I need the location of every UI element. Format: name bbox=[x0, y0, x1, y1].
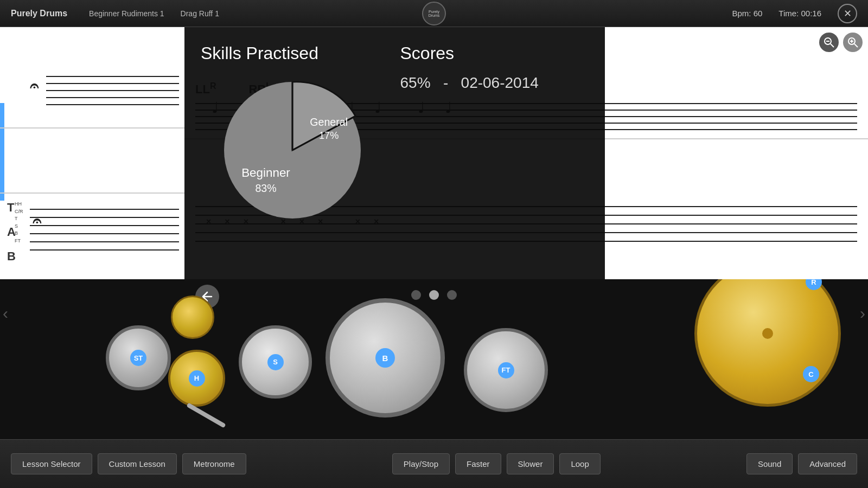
time-display: Time: 00:16 bbox=[778, 9, 821, 18]
playhead-bar bbox=[0, 103, 4, 201]
snare-circle: S bbox=[239, 325, 312, 399]
hihat-stick bbox=[186, 403, 226, 428]
drum-kit-area: ST H S B FT bbox=[0, 279, 868, 439]
breadcrumb-drag-ruff: Drag Ruff 1 bbox=[181, 9, 219, 18]
pie-chart: Beginner 83% General 17% bbox=[216, 74, 368, 226]
zoom-controls bbox=[819, 33, 863, 52]
bass-drum-circle: B bbox=[326, 298, 445, 418]
beginner-pct: 83% bbox=[255, 182, 276, 194]
faster-button[interactable]: Faster bbox=[455, 453, 501, 474]
play-stop-button[interactable]: Play/Stop bbox=[392, 453, 450, 474]
tab-b-label: B bbox=[7, 249, 16, 264]
tab-lines: 𝄐 bbox=[30, 201, 179, 266]
right-controls: Sound Advanced bbox=[746, 453, 857, 474]
zoom-out-icon bbox=[824, 37, 834, 48]
beginner-label: Beginner bbox=[241, 166, 290, 179]
tab-t-label: T bbox=[7, 201, 14, 215]
hihat-top-cymbal[interactable] bbox=[171, 296, 214, 339]
time-sig-c: 𝄐 bbox=[30, 79, 39, 94]
loop-button[interactable]: Loop bbox=[559, 453, 600, 474]
svg-line-7 bbox=[854, 44, 858, 47]
ride-r-label: R bbox=[806, 279, 822, 290]
floor-tom[interactable]: FT bbox=[464, 328, 548, 412]
divider-line1 bbox=[0, 127, 184, 129]
bpm-display: Bpm: 60 bbox=[732, 9, 762, 18]
ride-c-label: C bbox=[803, 366, 819, 382]
divider-line2 bbox=[0, 192, 184, 194]
skills-title: Skills Practised bbox=[201, 43, 384, 63]
left-nav-arrow[interactable]: ‹ bbox=[3, 304, 8, 323]
advanced-button[interactable]: Advanced bbox=[798, 453, 857, 474]
small-tom-label: ST bbox=[130, 350, 146, 366]
tab-time-sig: 𝄐 bbox=[33, 213, 41, 230]
metronome-button[interactable]: Metronome bbox=[182, 453, 246, 474]
drum-kit-container: ST H S B FT bbox=[0, 279, 868, 434]
close-button[interactable]: ✕ bbox=[838, 4, 857, 23]
tab-sub-labels: HH C/R T S B FT bbox=[15, 201, 23, 245]
skills-overlay: Skills Practised Beginner 83% Gen bbox=[184, 27, 605, 279]
center-controls: Play/Stop Faster Slower Loop bbox=[252, 453, 741, 474]
scores-section: Scores 65% - 02-06-2014 bbox=[395, 43, 589, 263]
sound-button[interactable]: Sound bbox=[746, 453, 793, 474]
svg-line-4 bbox=[831, 44, 834, 47]
breadcrumb-rudiments: Beginner Rudiments 1 bbox=[89, 9, 164, 18]
pie-svg: Beginner 83% General 17% bbox=[216, 74, 368, 226]
nav-dot-3[interactable] bbox=[447, 290, 457, 300]
snare-label: S bbox=[267, 354, 284, 370]
floor-tom-circle: FT bbox=[464, 328, 548, 412]
bass-drum-label: B bbox=[375, 348, 395, 368]
treble-staff: 𝄐 bbox=[14, 76, 179, 106]
floor-tom-label: FT bbox=[498, 362, 514, 378]
top-right-info: Bpm: 60 Time: 00:16 ✕ bbox=[732, 4, 857, 23]
app-title: Purely Drums bbox=[11, 9, 67, 18]
small-tom-drum: ST bbox=[106, 325, 171, 390]
general-pct: 17% bbox=[319, 130, 339, 141]
score-display: 65% - 02-06-2014 bbox=[400, 74, 589, 92]
ride-cymbal[interactable]: R C bbox=[694, 279, 841, 407]
bass-drum[interactable]: B bbox=[326, 298, 445, 418]
treble-lines bbox=[46, 76, 179, 106]
ride-cymbal-disk: R C bbox=[694, 279, 841, 407]
general-label: General bbox=[310, 116, 348, 128]
hihat-drum: H bbox=[168, 350, 225, 407]
hihat-cymbal-disk bbox=[171, 296, 214, 339]
app-logo: Purely Drums bbox=[422, 2, 446, 25]
right-nav-arrow[interactable]: › bbox=[860, 304, 865, 323]
lesson-selector-button[interactable]: Lesson Selector bbox=[11, 453, 92, 474]
zoom-in-button[interactable] bbox=[843, 33, 863, 52]
scores-title: Scores bbox=[400, 43, 589, 63]
zoom-in-icon bbox=[847, 37, 858, 48]
bottom-bar: Lesson Selector Custom Lesson Metronome … bbox=[0, 439, 868, 488]
slower-button[interactable]: Slower bbox=[507, 453, 554, 474]
snare-drum[interactable]: S bbox=[239, 325, 312, 399]
zoom-out-button[interactable] bbox=[819, 33, 839, 52]
small-tom[interactable]: ST bbox=[106, 325, 171, 390]
custom-lesson-button[interactable]: Custom Lesson bbox=[98, 453, 177, 474]
hihat[interactable]: H bbox=[168, 350, 225, 407]
top-bar: Purely Drums Beginner Rudiments 1 Drag R… bbox=[0, 0, 868, 27]
skills-section: Skills Practised Beginner 83% Gen bbox=[201, 43, 395, 263]
ride-center-bump bbox=[762, 328, 773, 339]
hihat-label: H bbox=[189, 370, 205, 387]
left-sheet-music: 𝄐 T A B HH C/R T S B FT bbox=[0, 27, 184, 279]
